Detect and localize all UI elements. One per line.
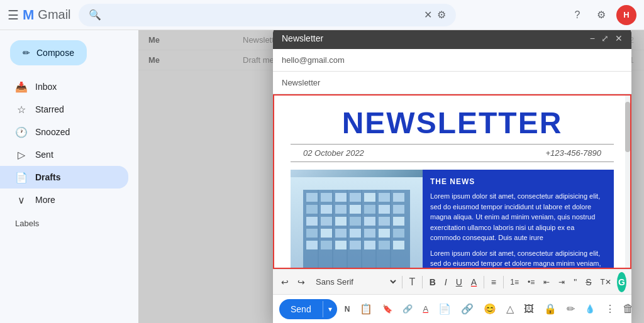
sidebar-item-label: Sent <box>35 150 53 160</box>
newsletter-text-box: THE NEWS Lorem ipsum dolor sit amet, con… <box>423 170 614 269</box>
search-input[interactable]: in:draft <box>106 10 419 20</box>
svg-rect-22 <box>393 217 404 226</box>
scroll-indicator[interactable] <box>625 96 630 268</box>
undo-button[interactable]: ↩ <box>278 275 292 289</box>
sidebar-item-inbox[interactable]: 📥 Inbox <box>0 75 128 98</box>
star-icon: ☆ <box>15 104 28 116</box>
italic-button[interactable]: I <box>441 275 450 289</box>
compose-modal: Newsletter − ⤢ ✕ hello@gmail.com Newslet… <box>273 30 631 323</box>
svg-rect-5 <box>350 193 361 202</box>
text-color-button[interactable]: A <box>468 275 480 289</box>
compose-icon: ✏ <box>23 48 30 58</box>
to-field-value: hello@gmail.com <box>282 55 345 65</box>
svg-rect-31 <box>321 241 332 249</box>
clock-icon: 🕐 <box>15 126 28 138</box>
labels-header: Labels <box>0 216 138 231</box>
newsletter-meta: 02 October 2022 +123-456-7890 <box>291 144 614 162</box>
minimize-icon[interactable]: − <box>590 33 595 43</box>
sidebar-item-snoozed[interactable]: 🕐 Snoozed <box>0 121 128 143</box>
send-button-group: Send ▾ <box>279 299 337 319</box>
news-box-title: THE NEWS <box>430 176 606 187</box>
search-filter-icon[interactable]: ⚙ <box>437 9 446 21</box>
signature-icon[interactable]: ✏ <box>564 300 577 318</box>
align-button[interactable]: ≡ <box>488 275 499 289</box>
sidebar-item-drafts[interactable]: 📄 Drafts <box>0 166 128 189</box>
text-size-button[interactable]: T <box>406 275 418 290</box>
indent-less-button[interactable]: ⇤ <box>540 276 553 288</box>
indent-more-button[interactable]: ⇥ <box>555 276 568 288</box>
newsletter-content: NEWSLETTER 02 October 2022 +123-456-7890 <box>274 96 630 269</box>
sidebar-item-sent[interactable]: ▷ Sent <box>0 143 128 166</box>
bottom-toolbar: Send ▾ N 📋 🔖 🔗 A 📄 🔗 😊 △ 🖼 🔒 ✏ 💧 ⋮ 🗑 <box>273 294 631 323</box>
sidebar: ✏ Compose 📥 Inbox ☆ Starred 🕐 Snoozed ▷ … <box>0 30 138 323</box>
attach-file-icon[interactable]: 📄 <box>436 300 453 318</box>
subject-field[interactable]: Newsletter <box>273 72 631 94</box>
sidebar-item-more[interactable]: ∨ More <box>0 189 128 211</box>
avatar[interactable]: H <box>616 5 636 25</box>
send-dropdown-button[interactable]: ▾ <box>323 301 337 317</box>
svg-rect-23 <box>306 229 318 238</box>
clipboard-icon[interactable]: 📋 <box>357 300 375 318</box>
svg-rect-26 <box>350 229 361 238</box>
close-icon[interactable]: ✕ <box>615 33 623 43</box>
lock-icon[interactable]: 🔒 <box>541 300 559 318</box>
svg-rect-24 <box>321 229 332 238</box>
label-icon[interactable]: 🔖 <box>380 300 395 318</box>
svg-rect-7 <box>379 193 390 202</box>
svg-rect-15 <box>393 205 404 214</box>
remove-format-button[interactable]: T✕ <box>597 276 614 288</box>
svg-rect-33 <box>350 241 361 249</box>
settings-icon[interactable]: ⚙ <box>592 6 610 24</box>
maximize-icon[interactable]: ⤢ <box>601 33 609 43</box>
hamburger-icon[interactable]: ☰ <box>8 8 19 23</box>
formatting-button[interactable]: N <box>342 300 353 318</box>
more-options-icon[interactable]: ⋮ <box>602 300 618 318</box>
newsletter-title: NEWSLETTER <box>284 106 620 140</box>
drive-icon[interactable]: △ <box>504 300 516 318</box>
insert-photo-icon[interactable]: 🖼 <box>521 300 536 318</box>
svg-rect-16 <box>306 217 318 226</box>
more-icon: ∨ <box>15 194 28 206</box>
sidebar-item-starred[interactable]: ☆ Starred <box>0 98 128 121</box>
format-toolbar: ↩ ↪ Sans Serif Arial Times New Roman T B… <box>273 269 631 294</box>
grammarly-icon[interactable]: G <box>617 272 626 292</box>
svg-rect-11 <box>335 205 347 214</box>
ordered-list-button[interactable]: 1≡ <box>507 276 522 288</box>
send-button[interactable]: Send <box>279 300 323 318</box>
sidebar-item-label: More <box>35 195 55 205</box>
scroll-thumb <box>625 102 630 152</box>
text-highlight-icon[interactable]: A <box>420 300 431 318</box>
strikethrough-button[interactable]: S <box>582 275 594 289</box>
svg-rect-8 <box>393 193 404 202</box>
sidebar-item-label: Starred <box>35 104 64 114</box>
compose-button[interactable]: ✏ Compose <box>10 40 87 65</box>
svg-rect-32 <box>335 241 347 249</box>
unordered-list-button[interactable]: •≡ <box>525 276 538 288</box>
bold-button[interactable]: B <box>426 275 439 289</box>
underline-button[interactable]: U <box>453 275 465 289</box>
search-clear-icon[interactable]: ✕ <box>424 9 432 21</box>
svg-rect-13 <box>364 205 375 214</box>
emoji-icon[interactable]: 😊 <box>481 300 499 318</box>
link-icon[interactable]: 🔗 <box>400 300 415 318</box>
subject-field-value: Newsletter <box>282 78 320 87</box>
hamburger-menu[interactable]: ☰ M Gmail <box>8 7 71 23</box>
insert-link-icon[interactable]: 🔗 <box>458 300 476 318</box>
sent-icon: ▷ <box>15 149 28 161</box>
blockquote-button[interactable]: " <box>570 275 580 289</box>
to-field[interactable]: hello@gmail.com <box>273 49 631 72</box>
email-body-area[interactable]: NEWSLETTER 02 October 2022 +123-456-7890 <box>273 94 631 269</box>
dropbox-icon[interactable]: 💧 <box>582 300 597 318</box>
font-select[interactable]: Sans Serif Arial Times New Roman <box>311 275 398 288</box>
help-icon[interactable]: ? <box>569 6 586 24</box>
svg-rect-19 <box>350 217 361 226</box>
inbox-icon: 📥 <box>15 81 28 93</box>
svg-rect-12 <box>350 205 361 214</box>
redo-button[interactable]: ↪ <box>294 275 308 289</box>
delete-button[interactable]: 🗑 <box>623 302 631 315</box>
gmail-logo-text: Gmail <box>38 8 70 22</box>
svg-rect-36 <box>393 241 404 249</box>
search-bar[interactable]: 🔍 in:draft ✕ ⚙ <box>79 4 456 26</box>
modal-titlebar: Newsletter − ⤢ ✕ <box>273 30 631 49</box>
main-layout: ✏ Compose 📥 Inbox ☆ Starred 🕐 Snoozed ▷ … <box>0 30 644 323</box>
